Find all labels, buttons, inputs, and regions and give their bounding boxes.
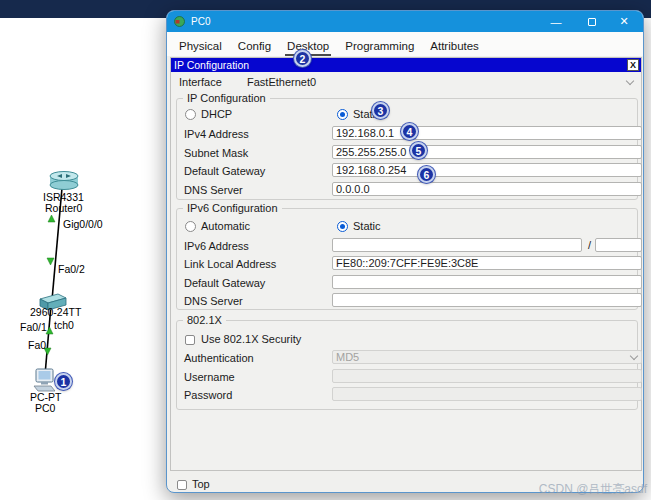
ipv6-address-label: IPv6 Address xyxy=(184,240,249,252)
username-label: Username xyxy=(184,371,235,383)
authentication-label: Authentication xyxy=(184,352,254,364)
interface-label: Interface xyxy=(179,76,222,88)
tab-bar: Physical Config Desktop Programming Attr… xyxy=(167,32,643,56)
window-titlebar[interactable]: PC0 — ✕ xyxy=(167,11,643,32)
router-port-label: Gig0/0/0 xyxy=(63,218,103,230)
ipv6-static-radio[interactable] xyxy=(337,221,348,232)
username-input xyxy=(332,369,642,383)
router-name-label: Router0 xyxy=(45,202,82,214)
ipv6-gateway-input[interactable] xyxy=(332,275,642,289)
ipv6-prefix-input[interactable] xyxy=(595,238,642,252)
ip-configuration-title: IP Configuration xyxy=(174,59,249,71)
window-icon xyxy=(174,16,185,27)
interface-select[interactable]: FastEthernet0 xyxy=(247,76,316,88)
watermark: CSDN @吕世亮asdf xyxy=(539,481,647,498)
ipv4-address-label: IPv4 Address xyxy=(184,128,249,140)
annotation-step-2: 2 xyxy=(294,50,311,67)
window-title: PC0 xyxy=(191,16,210,27)
ipv6-prefix-separator: / xyxy=(588,239,591,251)
minimize-button[interactable]: — xyxy=(541,11,571,32)
default-gateway-label: Default Gateway xyxy=(184,165,265,177)
password-input xyxy=(332,387,642,401)
tab-config[interactable]: Config xyxy=(236,40,273,56)
switch-model-label: 2960-24TT xyxy=(30,306,81,318)
use-8021x-checkbox[interactable] xyxy=(185,335,195,345)
maximize-icon xyxy=(588,18,596,26)
ipv4-group-title: IP Configuration xyxy=(183,92,270,104)
use-8021x-label[interactable]: Use 802.1X Security xyxy=(201,333,301,345)
default-gateway-input[interactable] xyxy=(332,163,642,177)
ipv6-automatic-radio[interactable] xyxy=(185,221,196,232)
pc-port-label: Fa0 xyxy=(28,339,46,351)
ipv6-static-label[interactable]: Static xyxy=(353,220,381,232)
interface-chevron-down-icon[interactable] xyxy=(626,77,634,85)
dot1x-group-title: 802.1X xyxy=(183,314,226,326)
ipv4-static-radio[interactable] xyxy=(337,109,348,120)
ipv6-gateway-label: Default Gateway xyxy=(184,277,265,289)
pc-icon[interactable] xyxy=(34,369,55,391)
maximize-button[interactable] xyxy=(577,11,607,32)
annotation-step-6: 6 xyxy=(418,166,435,183)
close-button[interactable]: ✕ xyxy=(609,11,639,32)
dns-server-label: DNS Server xyxy=(184,184,243,196)
ip-configuration-panel: IP Configuration X Interface FastEtherne… xyxy=(170,57,642,471)
annotation-step-5: 5 xyxy=(410,142,427,159)
annotation-step-4: 4 xyxy=(401,123,418,140)
dhcp-label[interactable]: DHCP xyxy=(201,108,232,120)
screen: ISR4331 Router0 Gig0/0/0 Fa0/2 2960-24TT… xyxy=(0,0,651,500)
tab-attributes[interactable]: Attributes xyxy=(428,40,481,56)
link-local-address-input[interactable] xyxy=(332,256,642,270)
link-local-address-label: Link Local Address xyxy=(184,258,276,270)
ip-configuration-header[interactable]: IP Configuration X xyxy=(171,58,641,72)
router-icon[interactable] xyxy=(50,172,78,190)
dhcp-radio[interactable] xyxy=(185,109,196,120)
switch-port-label: Fa0/1 xyxy=(20,321,47,333)
switch-uplink-port-label: Fa0/2 xyxy=(58,263,85,275)
ipv6-group-title: IPv6 Configuration xyxy=(183,202,282,214)
ipv6-address-input[interactable] xyxy=(332,238,582,252)
pc0-window: PC0 — ✕ Physical Config Desktop Programm… xyxy=(166,10,644,493)
annotation-step-3: 3 xyxy=(372,102,389,119)
ipv6-automatic-label[interactable]: Automatic xyxy=(201,220,250,232)
tab-physical[interactable]: Physical xyxy=(177,40,224,56)
top-checkbox-label[interactable]: Top xyxy=(192,478,210,490)
ipv6-dns-input[interactable] xyxy=(332,293,642,307)
topology-canvas[interactable] xyxy=(0,0,165,500)
subnet-mask-input[interactable] xyxy=(332,145,642,159)
dns-server-input[interactable] xyxy=(332,182,642,196)
subnet-mask-label: Subnet Mask xyxy=(184,147,248,159)
switch-name-label: tch0 xyxy=(54,319,74,331)
ipv6-dns-label: DNS Server xyxy=(184,295,243,307)
password-label: Password xyxy=(184,389,232,401)
top-checkbox[interactable] xyxy=(177,480,187,490)
authentication-select: MD5 xyxy=(332,350,642,364)
ipv4-address-input[interactable] xyxy=(332,126,642,140)
tab-programming[interactable]: Programming xyxy=(343,40,416,56)
pc-name-label: PC0 xyxy=(35,402,55,414)
panel-close-icon[interactable]: X xyxy=(627,59,639,71)
annotation-step-1: 1 xyxy=(55,373,72,390)
